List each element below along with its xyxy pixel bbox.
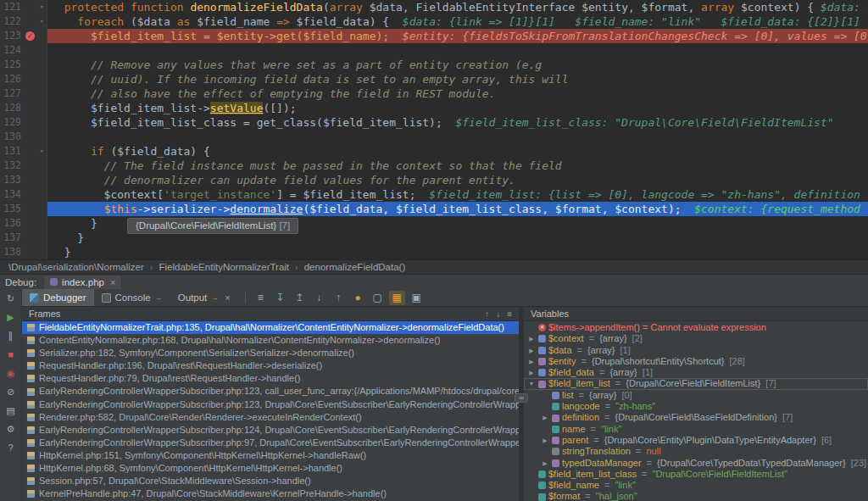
variable-row[interactable]: stringTranslation = null xyxy=(524,446,868,457)
code-editor[interactable]: 121▾ protected function denormalizeField… xyxy=(0,0,868,259)
view-options-icon[interactable]: ≡ xyxy=(253,291,269,305)
new-watch-icon[interactable]: ▢ xyxy=(370,291,386,305)
expander-icon[interactable]: ▼ xyxy=(527,378,536,389)
expander-icon[interactable]: ▶ xyxy=(527,367,536,378)
restore-layout-icon[interactable]: ▣ xyxy=(409,291,425,305)
breadcrumb-item[interactable]: \Drupal\serialization\Normalizer xyxy=(7,262,146,272)
frame-row[interactable]: RequestHandler.php:196, Drupal\rest\Requ… xyxy=(22,359,519,372)
mute-breakpoints-icon[interactable]: ⊘ xyxy=(3,386,19,398)
settings-icon[interactable]: ⚙ xyxy=(3,423,19,436)
variable-row[interactable]: ▶$data = {array} [1] xyxy=(524,345,868,356)
frame-row[interactable]: HttpKernel.php:68, Symfony\Component\Htt… xyxy=(22,462,519,475)
ide-window: 121▾ protected function denormalizeField… xyxy=(0,0,868,501)
fold-icon[interactable]: ▾ xyxy=(40,0,44,14)
code-line[interactable]: 132 // The field instance must be passed… xyxy=(0,159,868,173)
expander-icon[interactable]: ▶ xyxy=(541,458,549,469)
resume-icon[interactable]: ▶ xyxy=(3,311,19,324)
frame-row[interactable]: EarlyRenderingControllerWrapperSubscribe… xyxy=(22,398,519,411)
view-breakpoints-icon[interactable]: ◉ xyxy=(3,367,19,380)
variable-row[interactable]: $format = "hal_json" xyxy=(524,491,868,501)
code-line[interactable]: 129 $field_item_list_class = get_class($… xyxy=(0,115,868,130)
frame-row[interactable]: EarlyRenderingControllerWrapperSubscribe… xyxy=(22,437,519,449)
tab-index-php[interactable]: index.php × xyxy=(43,275,122,290)
frame-row[interactable]: KernelPreHandle.php:47, Drupal\Core\Stac… xyxy=(22,487,519,500)
navigate-stack-up-icon[interactable]: ↑ xyxy=(331,291,347,305)
expander-icon[interactable]: ▶ xyxy=(527,333,536,344)
close-icon[interactable]: × xyxy=(108,277,115,287)
code-line[interactable]: 131▾ if ($field_data) { xyxy=(0,144,868,159)
expander-icon[interactable]: ▶ xyxy=(541,435,549,446)
code-line[interactable]: 122▾ foreach ($data as $field_name => $f… xyxy=(0,14,868,29)
rerun-icon[interactable]: ↻ xyxy=(3,292,19,305)
tab-output[interactable]: Output→× xyxy=(170,289,238,306)
next-frame-icon[interactable]: ↓ xyxy=(496,309,500,319)
frame-row[interactable]: Session.php:57, Drupal\Core\StackMiddlew… xyxy=(22,475,519,487)
editor-gutter: 122▾ xyxy=(0,14,47,29)
tab-debugger[interactable]: Debugger xyxy=(22,289,94,306)
variable-row[interactable]: ✕$items->appendItem() = Cannot evaluate … xyxy=(524,322,868,333)
frame-row[interactable]: Serializer.php:182, Symfony\Component\Se… xyxy=(22,347,519,359)
tab-console[interactable]: Console→ xyxy=(94,289,170,306)
line-number: 122 xyxy=(0,14,24,29)
line-number: 130 xyxy=(0,130,24,144)
evaluate-expression-icon[interactable]: ▦ xyxy=(389,291,405,305)
code-line[interactable]: 138 } xyxy=(0,245,868,259)
breadcrumb-item[interactable]: denormalizeFieldData() xyxy=(303,262,408,272)
variable-row[interactable]: ▶$field_data = {array} [1] xyxy=(524,367,868,378)
frames-view-options-icon[interactable]: ≡ xyxy=(507,309,512,319)
panel-splitter[interactable]: ∞ xyxy=(519,307,524,501)
scroll-to-end-icon[interactable]: ↧ xyxy=(272,291,288,305)
jump-to-output-icon[interactable]: → xyxy=(155,293,163,302)
frame-row[interactable]: HttpKernel.php:151, Symfony\Component\Ht… xyxy=(22,449,519,462)
code-line[interactable]: 133 // denormalizer can update field val… xyxy=(0,173,868,187)
expander-icon[interactable]: ▶ xyxy=(527,345,536,356)
splitter-handle-icon[interactable]: ∞ xyxy=(515,393,528,403)
expander-icon[interactable]: ▶ xyxy=(541,412,549,423)
breadcrumb-item[interactable]: FieldableEntityNormalizerTrait xyxy=(157,262,291,272)
expander-icon[interactable]: ▶ xyxy=(527,356,536,367)
close-icon[interactable]: × xyxy=(223,292,230,303)
scroll-to-top-icon[interactable]: ↥ xyxy=(292,291,308,305)
fold-icon[interactable]: ▾ xyxy=(40,14,44,29)
frame-row[interactable]: ContentEntityNormalizer.php:168, Drupal\… xyxy=(22,334,519,347)
variable-row[interactable]: ▶parent = {Drupal\Core\Entity\Plugin\Dat… xyxy=(524,435,868,446)
frame-row[interactable]: FieldableEntityNormalizerTrait.php:135, … xyxy=(22,321,519,334)
code-line[interactable]: 134 $context['target_instance'] = $field… xyxy=(0,187,868,202)
thread-dump-icon[interactable]: ▤ xyxy=(3,404,19,417)
frame-row[interactable]: EarlyRenderingControllerWrapperSubscribe… xyxy=(22,385,519,398)
variable-row[interactable]: ▶$context = {array} [2] xyxy=(524,333,868,344)
variable-row[interactable]: $field_item_list_class = "Drupal\Core\Fi… xyxy=(524,469,868,480)
variable-row[interactable]: ▶$entity = {Drupal\shortcut\Entity\Short… xyxy=(524,356,868,367)
code-line[interactable]: 135 $this->serializer->denormalize($fiel… xyxy=(0,202,868,216)
fold-icon[interactable]: ▾ xyxy=(40,144,44,159)
previous-frame-icon[interactable]: ↑ xyxy=(485,309,489,319)
variable-row[interactable]: ▼$field_item_list = {Drupal\Core\Field\F… xyxy=(524,378,868,389)
code-line[interactable]: 127 // also have the effect of emptying … xyxy=(0,86,868,101)
code-line[interactable]: 121▾ protected function denormalizeField… xyxy=(0,0,868,14)
variable-class: {Drupal\Core\Field\BaseFieldDefinition} xyxy=(615,412,777,423)
navigate-stack-down-icon[interactable]: ↓ xyxy=(311,291,327,305)
variable-row[interactable]: list = {array} [0] xyxy=(524,390,868,401)
show-execution-point-icon[interactable]: ● xyxy=(350,291,366,305)
stop-icon[interactable]: ■ xyxy=(3,348,19,361)
code-line[interactable]: 124 xyxy=(0,43,868,58)
code-line[interactable]: 125 // Remove any values that were set a… xyxy=(0,58,868,72)
frame-text: RequestHandler.php:196, Drupal\rest\Requ… xyxy=(39,359,322,372)
jump-to-output-icon[interactable]: → xyxy=(211,293,219,302)
variable-row[interactable]: langcode = "zh-hans" xyxy=(524,401,868,412)
variable-row[interactable]: ▶definition = {Drupal\Core\Field\BaseFie… xyxy=(524,412,868,423)
help-icon[interactable]: ? xyxy=(3,442,19,454)
frame-row[interactable]: RequestHandler.php:79, Drupal\rest\Reque… xyxy=(22,372,519,385)
code-line[interactable]: 123✓ $field_item_list = $entity->get($fi… xyxy=(0,29,868,43)
editor-gutter: 126 xyxy=(0,72,47,86)
variable-row[interactable]: $field_name = "link" xyxy=(524,480,868,491)
frame-row[interactable]: EarlyRenderingControllerWrapperSubscribe… xyxy=(22,424,519,437)
variable-row[interactable]: name = "link" xyxy=(524,424,868,435)
code-line[interactable]: 130 xyxy=(0,130,868,144)
pause-icon[interactable]: ∥ xyxy=(3,330,19,342)
frame-row[interactable]: Renderer.php:582, Drupal\Core\Render\Ren… xyxy=(22,411,519,424)
variable-row[interactable]: ▶typedDataManager = {Drupal\Core\TypedDa… xyxy=(524,458,868,469)
breakpoint-icon[interactable]: ✓ xyxy=(25,31,35,41)
code-line[interactable]: 126 // uuid). If the incoming field data… xyxy=(0,72,868,86)
code-line[interactable]: 128 $field_item_list->setValue([]); xyxy=(0,101,868,115)
